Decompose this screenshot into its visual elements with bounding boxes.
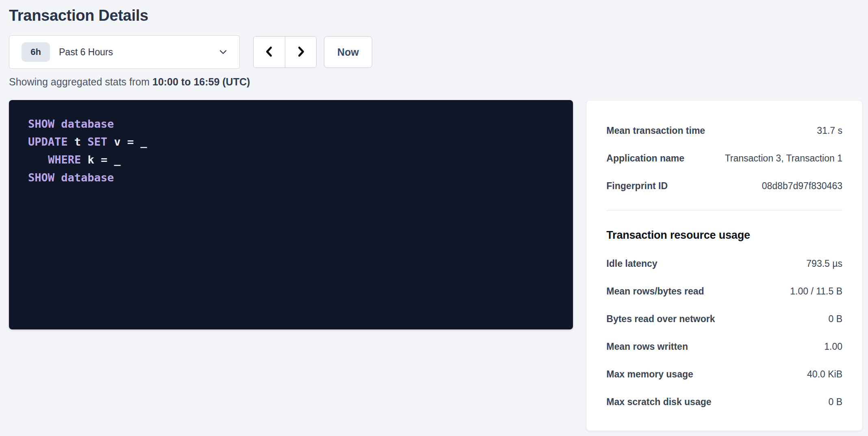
stat-value: 0 B xyxy=(828,397,842,408)
time-range-badge: 6h xyxy=(22,42,50,62)
stat-row: Mean rows written1.00 xyxy=(606,333,842,360)
stat-label: Bytes read over network xyxy=(606,314,715,325)
transaction-summary-card: Mean transaction time31.7 sApplication n… xyxy=(586,100,863,431)
sql-line: UPDATE t SET v = _ xyxy=(28,133,561,151)
time-controls-row: 6h Past 6 Hours xyxy=(9,35,863,69)
stat-label: Mean rows written xyxy=(606,341,688,352)
sql-line: WHERE k = _ xyxy=(28,151,561,169)
stat-row: Bytes read over network0 B xyxy=(606,305,842,333)
stat-row: Application nameTransaction 3, Transacti… xyxy=(606,144,842,172)
stat-row: Max scratch disk usage0 B xyxy=(606,388,842,416)
stat-label: Mean rows/bytes read xyxy=(606,286,704,297)
sql-token: SHOW xyxy=(28,118,54,130)
stat-label: Max scratch disk usage xyxy=(606,397,711,408)
stat-label: Idle latency xyxy=(606,258,657,269)
caption-prefix: Showing aggregated stats from xyxy=(9,76,152,87)
resource-usage-rows: Idle latency793.5 µsMean rows/bytes read… xyxy=(606,250,842,416)
sql-token: WHERE xyxy=(48,153,81,166)
sql-statement-box: SHOW databaseUPDATE t SET v = _WHERE k =… xyxy=(9,100,573,329)
time-step-button-group xyxy=(253,36,317,68)
stat-value: 40.0 KiB xyxy=(807,369,842,380)
stat-value: 793.5 µs xyxy=(806,258,842,269)
sql-token: database xyxy=(61,118,114,130)
stat-label: Max memory usage xyxy=(606,369,693,380)
card-divider xyxy=(606,210,842,211)
stat-label: Mean transaction time xyxy=(606,125,705,136)
sql-token: = xyxy=(101,153,107,166)
sql-token: _ xyxy=(114,153,121,166)
sql-line: SHOW database xyxy=(28,115,561,133)
sql-token: SHOW xyxy=(28,171,54,184)
stat-row: Max memory usage40.0 KiB xyxy=(606,360,842,388)
stat-value: 1.00 xyxy=(824,341,842,352)
transaction-details-page: Transaction Details 6h Past 6 Hours xyxy=(0,0,868,431)
content-row: SHOW databaseUPDATE t SET v = _WHERE k =… xyxy=(9,100,863,431)
sql-token: database xyxy=(61,171,114,184)
sql-token: UPDATE xyxy=(28,135,68,148)
aggregated-stats-caption: Showing aggregated stats from 10:00 to 1… xyxy=(9,75,863,88)
sql-token: _ xyxy=(140,135,147,148)
stat-value: 0 B xyxy=(828,314,842,325)
stat-row: Idle latency793.5 µs xyxy=(606,250,842,277)
sql-token: k xyxy=(87,153,94,166)
stat-value: 08d8b7d97f830463 xyxy=(762,181,842,192)
previous-time-button[interactable] xyxy=(254,37,285,68)
sql-token: SET xyxy=(87,135,107,148)
time-range-dropdown[interactable]: 6h Past 6 Hours xyxy=(9,35,240,69)
summary-rows: Mean transaction time31.7 sApplication n… xyxy=(606,117,842,200)
stat-row: Fingerprint ID08d8b7d97f830463 xyxy=(606,172,842,200)
chevron-left-icon xyxy=(263,45,276,60)
chevron-right-icon xyxy=(294,45,308,60)
sql-token: t xyxy=(74,135,81,148)
caption-time-range: 10:00 to 16:59 (UTC) xyxy=(152,76,250,87)
now-button[interactable]: Now xyxy=(324,36,372,68)
sql-token: = xyxy=(127,135,134,148)
next-time-button[interactable] xyxy=(285,37,316,68)
stat-value: 31.7 s xyxy=(817,125,842,136)
sql-line: SHOW database xyxy=(28,169,561,187)
resource-usage-heading: Transaction resource usage xyxy=(606,227,842,243)
chevron-down-icon xyxy=(217,46,229,58)
time-range-label: Past 6 Hours xyxy=(59,47,113,58)
stat-value: 1.00 / 11.5 B xyxy=(790,286,842,297)
stat-row: Mean rows/bytes read1.00 / 11.5 B xyxy=(606,277,842,305)
stat-label: Application name xyxy=(606,153,684,164)
stat-value: Transaction 3, Transaction 1 xyxy=(725,153,842,164)
stat-row: Mean transaction time31.7 s xyxy=(606,117,842,144)
page-title: Transaction Details xyxy=(9,6,863,25)
sql-token: v xyxy=(114,135,120,148)
stat-label: Fingerprint ID xyxy=(606,181,668,192)
